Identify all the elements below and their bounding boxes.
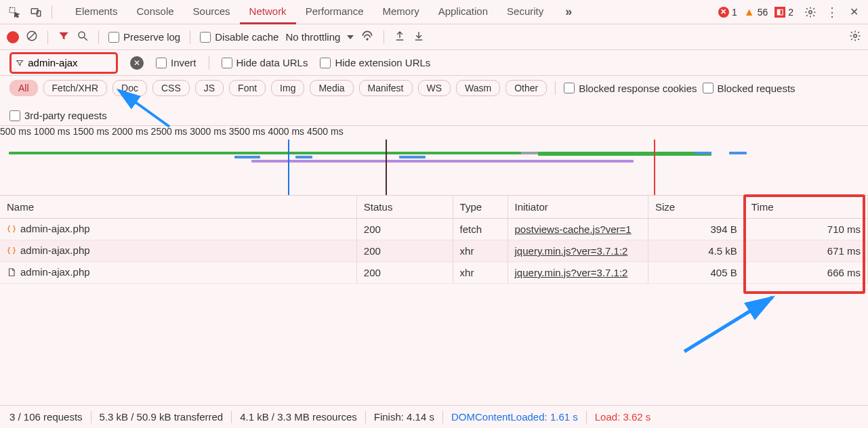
chip-all[interactable]: All xyxy=(9,80,38,96)
chip-other[interactable]: Other xyxy=(505,80,547,96)
filter-input[interactable] xyxy=(28,57,112,68)
divider xyxy=(555,81,556,95)
chip-js[interactable]: JS xyxy=(195,80,224,96)
table-row[interactable]: admin-ajax.php 200 xhr jquery.min.js?ver… xyxy=(0,240,868,262)
throttling-value: No throttling xyxy=(285,31,340,43)
timeline-band xyxy=(251,160,634,163)
third-party-input[interactable] xyxy=(9,110,20,121)
col-header-type[interactable]: Type xyxy=(453,196,508,219)
svg-line-7 xyxy=(84,37,87,41)
divider xyxy=(47,30,48,44)
svg-point-8 xyxy=(367,39,368,40)
settings-icon[interactable] xyxy=(800,2,821,22)
sb-load: Load: 3.62 s xyxy=(595,411,651,423)
inspect-icon[interactable] xyxy=(4,2,24,22)
clear-button[interactable] xyxy=(26,30,38,44)
overview-timeline[interactable]: 500 ms 1000 ms 1500 ms 2000 ms 2500 ms 3… xyxy=(0,126,868,196)
close-icon[interactable]: ✕ xyxy=(844,2,864,22)
svg-point-6 xyxy=(79,32,85,38)
sb-finish: Finish: 4.14 s xyxy=(374,411,434,423)
throttling-select[interactable]: No throttling xyxy=(285,31,354,43)
status-bar: 3 / 106 requests 5.3 kB / 50.9 kB transf… xyxy=(0,405,868,428)
blocked-cookies-checkbox[interactable]: Blocked response cookies xyxy=(564,83,697,94)
cell-initiator[interactable]: jquery.min.js?ver=3.7.1:2 xyxy=(515,245,628,257)
chip-font[interactable]: Font xyxy=(229,80,266,96)
sb-resources: 4.1 kB / 3.3 MB resources xyxy=(240,411,357,423)
table-row[interactable]: admin-ajax.php 200 xhr jquery.min.js?ver… xyxy=(0,262,868,284)
ruler-tick: 4500 ms xyxy=(307,126,344,137)
col-header-name[interactable]: Name xyxy=(0,196,356,219)
network-settings-icon[interactable] xyxy=(849,30,861,44)
disable-cache-input[interactable] xyxy=(200,32,211,43)
network-conditions-icon[interactable] xyxy=(360,29,374,45)
table-row[interactable]: admin-ajax.php 200 fetch postviews-cache… xyxy=(0,219,868,240)
invert-checkbox[interactable]: Invert xyxy=(156,57,197,68)
tab-console[interactable]: Console xyxy=(127,0,184,24)
divider xyxy=(231,411,232,423)
issues-count[interactable]: ◧ 2 xyxy=(774,7,793,18)
record-button[interactable] xyxy=(7,31,19,43)
filter-row: ✕ Invert Hide data URLs Hide extension U… xyxy=(0,50,868,76)
more-tabs-icon[interactable]: » xyxy=(558,2,579,22)
download-har-icon[interactable] xyxy=(413,30,425,44)
divider xyxy=(442,411,443,423)
cell-initiator[interactable]: postviews-cache.js?ver=1 xyxy=(515,223,632,235)
col-header-initiator[interactable]: Initiator xyxy=(508,196,648,219)
warning-count[interactable]: ▲ 56 xyxy=(744,6,768,18)
kebab-menu-icon[interactable]: ⋮ xyxy=(822,2,842,22)
error-count[interactable]: ✕ 1 xyxy=(718,7,737,18)
devtools-tabbar: Elements Console Sources Network Perform… xyxy=(0,0,868,24)
chip-manifest[interactable]: Manifest xyxy=(359,80,413,96)
funnel-icon xyxy=(16,58,24,68)
tab-elements[interactable]: Elements xyxy=(66,0,127,24)
filter-box[interactable] xyxy=(9,52,118,74)
ruler-tick: 500 ms xyxy=(0,126,31,137)
timeline-chart[interactable] xyxy=(0,140,868,195)
search-icon[interactable] xyxy=(77,30,89,44)
tab-performance[interactable]: Performance xyxy=(296,0,373,24)
warning-icon: ▲ xyxy=(744,6,755,18)
cell-initiator[interactable]: jquery.min.js?ver=3.7.1:2 xyxy=(515,267,628,278)
clear-filter-button[interactable]: ✕ xyxy=(130,56,144,70)
panel-tabs: Elements Console Sources Network Perform… xyxy=(66,0,553,24)
chip-media[interactable]: Media xyxy=(310,80,353,96)
device-mode-icon[interactable] xyxy=(26,2,46,22)
chip-css[interactable]: CSS xyxy=(152,80,190,96)
col-header-time[interactable]: Time xyxy=(744,196,867,219)
filter-toggle-icon[interactable] xyxy=(58,30,70,44)
blocked-cookies-input[interactable] xyxy=(564,83,575,93)
tab-security[interactable]: Security xyxy=(497,0,553,24)
tab-sources[interactable]: Sources xyxy=(184,0,240,24)
hide-ext-urls-checkbox[interactable]: Hide extension URLs xyxy=(320,57,430,68)
chip-ws[interactable]: WS xyxy=(418,80,451,96)
chip-doc[interactable]: Doc xyxy=(112,80,147,96)
preserve-log-checkbox[interactable]: Preserve log xyxy=(108,31,180,43)
col-header-status[interactable]: Status xyxy=(356,196,453,219)
doc-file-icon xyxy=(7,268,16,279)
preserve-log-input[interactable] xyxy=(108,32,119,43)
tab-application[interactable]: Application xyxy=(429,0,497,24)
hide-data-urls-input[interactable] xyxy=(222,58,232,68)
upload-har-icon[interactable] xyxy=(394,30,406,44)
tab-memory[interactable]: Memory xyxy=(373,0,429,24)
col-header-size[interactable]: Size xyxy=(648,196,745,219)
timeline-band xyxy=(399,156,425,158)
disable-cache-checkbox[interactable]: Disable cache xyxy=(200,31,278,43)
hide-data-urls-checkbox[interactable]: Hide data URLs xyxy=(222,57,308,68)
blocked-requests-checkbox[interactable]: Blocked requests xyxy=(703,83,795,94)
divider xyxy=(190,30,190,44)
chip-img[interactable]: Img xyxy=(271,80,304,96)
disable-cache-label: Disable cache xyxy=(215,31,278,43)
third-party-checkbox[interactable]: 3rd-party requests xyxy=(9,110,107,121)
chip-fetch-xhr[interactable]: Fetch/XHR xyxy=(43,80,107,96)
hide-ext-urls-input[interactable] xyxy=(320,58,331,68)
blocked-requests-input[interactable] xyxy=(703,83,714,93)
divider xyxy=(51,5,52,19)
divider xyxy=(91,411,91,423)
sb-requests: 3 / 106 requests xyxy=(9,411,83,423)
invert-input[interactable] xyxy=(156,58,167,68)
tab-network[interactable]: Network xyxy=(240,0,296,24)
cell-name: admin-ajax.php xyxy=(20,266,90,278)
chip-wasm[interactable]: Wasm xyxy=(456,80,500,96)
ruler-tick: 1000 ms xyxy=(34,126,70,137)
